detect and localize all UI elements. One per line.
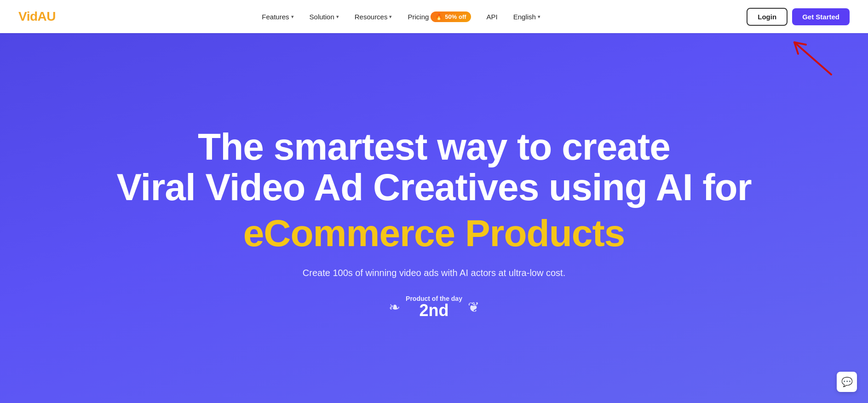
chevron-down-icon: ▾ <box>389 14 392 20</box>
fire-icon: 🔥 <box>435 13 443 20</box>
navbar: VidAU Features ▾ Solution ▾ Resources ▾ … <box>0 0 868 33</box>
get-started-button[interactable]: Get Started <box>792 8 850 25</box>
logo[interactable]: VidAU <box>18 9 56 24</box>
logo-text: VidAU <box>18 9 56 23</box>
nav-item-api[interactable]: API <box>480 9 504 24</box>
nav-item-solution[interactable]: Solution ▾ <box>303 9 345 24</box>
chevron-down-icon: ▾ <box>336 14 339 20</box>
laurel-right-icon: ❦ <box>468 299 479 315</box>
nav-item-features[interactable]: Features ▾ <box>255 9 300 24</box>
nav-features-label: Features <box>262 13 289 21</box>
nav-api-label: API <box>487 13 498 21</box>
nav-resources-label: Resources <box>355 13 388 21</box>
hero-section: The smartest way to create Viral Video A… <box>0 33 868 403</box>
hero-title: The smartest way to create Viral Video A… <box>116 127 751 254</box>
laurel-left-icon: ❧ <box>389 299 400 315</box>
pricing-discount-badge: 🔥 50% off <box>431 12 471 22</box>
chat-support-button[interactable]: 💬 <box>837 372 857 392</box>
chevron-down-icon: ▾ <box>291 14 294 20</box>
nav-language-label: English <box>513 13 536 21</box>
pricing-discount-text: 50% off <box>445 13 466 20</box>
login-button[interactable]: Login <box>747 8 788 26</box>
badge-label: Product of the day 2nd <box>406 295 462 319</box>
nav-item-pricing[interactable]: Pricing 🔥 50% off <box>401 8 477 26</box>
hero-title-highlight: eCommerce Products <box>116 213 751 254</box>
nav-pricing-label: Pricing <box>408 13 429 21</box>
chevron-down-icon: ▾ <box>538 14 540 20</box>
product-of-day-badge: ❧ Product of the day 2nd ❦ <box>389 295 479 319</box>
nav-item-language[interactable]: English ▾ <box>507 9 547 24</box>
badge-inner: ❧ Product of the day 2nd ❦ <box>389 295 479 319</box>
hero-title-line1: The smartest way to create <box>198 126 670 167</box>
nav-solution-label: Solution <box>310 13 334 21</box>
arrow-annotation <box>785 38 840 79</box>
nav-item-resources[interactable]: Resources ▾ <box>348 9 399 24</box>
badge-rank-number: 2nd <box>419 302 448 319</box>
chat-icon: 💬 <box>841 376 853 387</box>
hero-subtitle: Create 100s of winning video ads with AI… <box>303 268 565 278</box>
navbar-actions: Login Get Started <box>747 8 850 26</box>
nav-items: Features ▾ Solution ▾ Resources ▾ Pricin… <box>255 8 547 26</box>
hero-title-line2: Viral Video Ad Creatives using AI for <box>116 166 751 208</box>
